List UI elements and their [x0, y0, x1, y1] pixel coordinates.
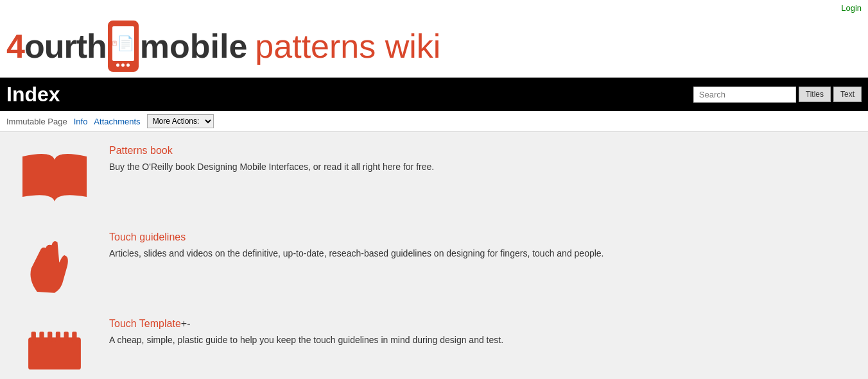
search-input[interactable]: [693, 87, 796, 103]
index-title: Index: [6, 83, 60, 106]
logo-mobile-text: mobile: [140, 27, 248, 65]
touch-guidelines-text: Touch guidelines Articles, slides and vi…: [109, 232, 604, 260]
dot1: [116, 63, 119, 67]
list-item: Patterns book Buy the O'Reilly book Desi…: [13, 145, 855, 212]
dot2: [121, 63, 125, 67]
svg-rect-3: [28, 337, 81, 369]
book-icon: [13, 145, 96, 212]
list-item: Touch Template+- A cheap, simple, plasti…: [13, 318, 855, 379]
dot3: [126, 63, 130, 67]
touch-template-title: Touch Template+-: [109, 318, 503, 330]
top-bar: Login: [0, 0, 868, 15]
touch-template-link[interactable]: Touch Template: [109, 318, 181, 329]
immutable-page-label: Immutable Page: [6, 117, 67, 126]
phone-dots: [116, 63, 130, 67]
ruler-svg: [16, 320, 93, 380]
touch-template-suffix: +-: [181, 318, 191, 329]
touch-guidelines-link[interactable]: Touch guidelines: [109, 232, 186, 242]
patterns-book-title: Patterns book: [109, 145, 434, 156]
logo-ourth: ourth: [24, 28, 107, 65]
logo-tagline: patterns wiki: [255, 27, 440, 65]
book-svg: [16, 147, 93, 211]
info-link[interactable]: Info: [74, 117, 88, 126]
logo-phone-icon: [108, 21, 139, 72]
touch-template-desc: A cheap, simple, plastic guide to help y…: [109, 333, 503, 347]
more-actions-dropdown[interactable]: More Actions:: [147, 114, 214, 128]
patterns-book-text: Patterns book Buy the O'Reilly book Desi…: [109, 145, 434, 174]
phone-screen: [112, 26, 134, 61]
logo-4: 4: [6, 28, 24, 65]
hand-icon: [13, 232, 96, 299]
header: 4ourth mobile patterns wiki: [0, 15, 868, 78]
svg-rect-7: [56, 332, 60, 342]
svg-rect-4: [31, 332, 36, 342]
svg-rect-0: [112, 41, 116, 46]
list-item: Touch guidelines Articles, slides and vi…: [13, 232, 855, 299]
logo-area: 4ourth mobile patterns wiki: [6, 21, 440, 72]
attachments-link[interactable]: Attachments: [94, 117, 140, 126]
svg-rect-9: [72, 332, 76, 342]
logo-text-left: 4ourth: [6, 27, 107, 65]
text-button[interactable]: Text: [833, 87, 862, 102]
hand-svg: [16, 233, 93, 298]
action-bar: Immutable Page Info Attachments More Act…: [0, 111, 868, 132]
svg-rect-8: [64, 332, 69, 342]
touch-guidelines-title: Touch guidelines: [109, 232, 604, 243]
index-bar: Index Titles Text: [0, 78, 868, 111]
patterns-book-desc: Buy the O'Reilly book Designing Mobile I…: [109, 160, 434, 174]
svg-rect-6: [48, 332, 52, 342]
content-area: Patterns book Buy the O'Reilly book Desi…: [0, 132, 868, 379]
touch-template-text: Touch Template+- A cheap, simple, plasti…: [109, 318, 503, 347]
touch-guidelines-desc: Articles, slides and videos on the defin…: [109, 247, 604, 260]
login-link[interactable]: Login: [841, 3, 862, 13]
patterns-book-link[interactable]: Patterns book: [109, 145, 173, 156]
svg-rect-5: [39, 332, 44, 342]
ruler-icon: [13, 318, 96, 379]
titles-button[interactable]: Titles: [799, 87, 831, 102]
search-area: Titles Text: [693, 87, 862, 103]
